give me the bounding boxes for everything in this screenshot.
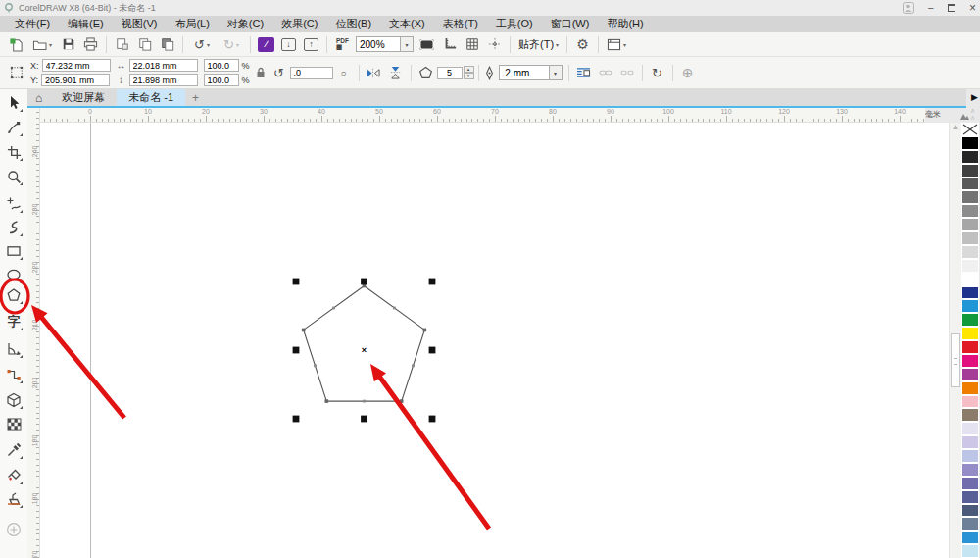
color-swatch[interactable] [961,286,979,300]
menu-item-table[interactable]: 表格(T) [434,16,487,32]
quick-customize-button[interactable]: ⊕ [677,62,699,83]
menu-item-tools[interactable]: 工具(O) [487,16,542,32]
rotation-angle-field[interactable] [290,67,333,79]
new-document-tab-button[interactable]: + [185,89,206,106]
scroll-up-icon[interactable] [953,125,958,129]
zoom-level-dropdown-icon[interactable]: ▾ [401,36,414,52]
save-button[interactable] [57,34,79,55]
transparency-tool[interactable] [2,412,25,435]
open-button[interactable]: ▾ [27,34,57,55]
polygon-tool[interactable] [2,283,25,307]
pick-tool[interactable] [2,91,25,115]
menu-item-file[interactable]: 文件(F) [6,16,59,32]
paste-button[interactable] [156,34,178,55]
menu-item-layout[interactable]: 布局(L) [166,16,218,32]
color-swatch[interactable] [961,178,979,191]
copy-button[interactable] [133,34,156,55]
drawing-scale-icon[interactable] [959,111,970,123]
fullscreen-preview-button[interactable] [416,34,438,55]
color-swatch[interactable] [961,490,979,504]
color-swatch[interactable] [961,435,979,449]
menu-item-object[interactable]: 对象(C) [219,16,272,32]
y-position-field[interactable] [41,74,110,86]
color-swatch[interactable] [961,190,979,204]
import-button[interactable]: ↓ [277,34,300,55]
search-content-button[interactable]: ∕ [255,34,277,55]
color-swatch[interactable] [961,477,979,490]
vertical-ruler[interactable]: 240230220210200190180170 [27,108,40,558]
tab-untitled-document[interactable]: 未命名 -1 [117,89,185,106]
dimension-tool[interactable] [2,337,25,361]
color-swatch[interactable] [961,273,979,286]
menu-item-text[interactable]: 文本(X) [380,16,434,32]
menu-item-view[interactable]: 视图(V) [113,16,167,32]
mirror-horizontal-button[interactable] [364,62,385,83]
open-dropdown-icon[interactable]: ▾ [49,41,52,48]
account-icon[interactable] [903,2,914,14]
color-swatch[interactable] [961,299,979,313]
smart-fill-tool[interactable] [2,487,25,511]
no-color-swatch[interactable] [961,123,979,136]
application-launcher-button[interactable]: ▾ [603,38,630,51]
redo-button[interactable]: ↻ ▾ [217,34,246,55]
tab-welcome-screen[interactable]: 欢迎屏幕 [50,89,117,106]
color-swatch[interactable] [961,544,979,558]
extrude-tool[interactable] [2,388,25,412]
color-swatch[interactable] [961,354,979,368]
mirror-vertical-button[interactable] [385,62,407,83]
object-width-field[interactable] [129,59,198,72]
menu-item-edit[interactable]: 编辑(E) [59,16,113,32]
convert-to-curves-button[interactable]: ↻ [647,62,668,83]
menu-item-window[interactable]: 窗口(W) [542,16,599,32]
minimize-button[interactable]: − [928,1,934,15]
horizontal-ruler[interactable]: 0102030405060708090100110120130140 [40,108,925,123]
menu-item-bitmaps[interactable]: 位图(B) [326,16,380,32]
color-swatch[interactable] [961,463,979,477]
eyedropper-tool[interactable] [2,438,25,462]
pentagon-shape[interactable]: × [40,123,949,558]
color-swatch[interactable] [961,504,979,518]
palette-scroll-up-icon[interactable]: ∧∧ [970,107,975,121]
scrollbar-thumb[interactable] [951,333,960,387]
scale-x-field[interactable] [204,59,239,72]
text-wrap-button[interactable] [573,62,595,83]
color-swatch[interactable] [961,204,979,218]
publish-pdf-button[interactable]: PDF▦ [331,34,354,55]
show-rulers-button[interactable] [438,34,461,55]
color-swatch[interactable] [961,164,979,178]
polygon-points-field[interactable] [437,67,463,79]
interactive-fill-tool[interactable] [2,464,25,487]
color-swatch[interactable] [961,313,979,327]
outline-width-field[interactable] [499,65,550,80]
crop-tool[interactable] [2,140,25,164]
freehand-tool[interactable] [2,192,25,216]
color-swatch[interactable] [961,422,979,435]
close-button[interactable]: × [969,1,976,15]
zoom-tool[interactable] [2,165,25,188]
drawing-canvas[interactable]: × [40,123,949,558]
cut-button[interactable] [111,34,133,55]
object-height-field[interactable] [129,74,198,86]
color-swatch[interactable] [961,259,979,273]
unlink-button[interactable] [616,62,638,83]
rotation-center-icon[interactable]: ○ [333,62,355,83]
color-swatch[interactable] [961,517,979,531]
show-grid-button[interactable] [461,34,483,55]
x-position-field[interactable] [42,59,111,72]
color-swatch[interactable] [961,368,979,381]
export-button[interactable]: ↑ [300,34,322,55]
color-swatch[interactable] [961,381,979,395]
color-swatch[interactable] [961,408,979,422]
restore-button[interactable] [948,4,956,12]
color-swatch[interactable] [961,136,979,150]
show-guidelines-button[interactable] [483,34,506,55]
connector-tool[interactable] [2,363,25,386]
shape-tool[interactable] [2,116,25,139]
color-swatch[interactable] [961,218,979,231]
color-swatch[interactable] [961,327,979,340]
menu-item-help[interactable]: 帮助(H) [598,16,652,32]
welcome-home-icon[interactable]: ⌂ [27,89,50,106]
color-swatch[interactable] [961,395,979,409]
tab-scroll-right-icon[interactable]: ▶ [971,92,978,102]
vertical-scrollbar[interactable] [949,123,961,558]
